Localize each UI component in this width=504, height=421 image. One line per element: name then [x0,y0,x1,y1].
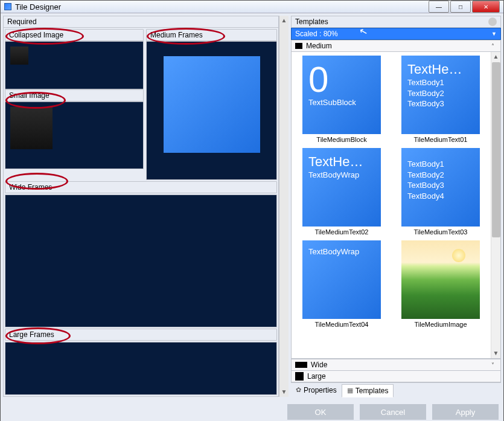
scale-dropdown[interactable]: Scaled : 80% ▼ ↖ [291,28,501,40]
tab-properties[interactable]: ✿ Properties [291,384,342,396]
scroll-up-icon[interactable]: ▲ [279,16,289,25]
template-item[interactable]: TextHe…TextBodyWrapTileMediumText02 [294,148,389,236]
group-wide-label: Wide [311,361,327,369]
template-thumb: TextHe…TextBodyWrap [302,148,381,227]
template-item[interactable]: TextBody1TextBody2TextBody3TextBody4Tile… [393,148,488,236]
template-item[interactable]: TileMediumImage [393,240,488,328]
section-small-image[interactable]: Small Image [5,89,144,101]
group-wide[interactable]: Wide ˅ [291,359,501,371]
main-window: Tile Designer — □ ✕ Required Collapsed I… [0,0,504,421]
chevron-down-icon: ▼ [491,31,497,37]
settings-icon[interactable] [488,18,497,26]
large-frames-canvas[interactable] [5,342,277,395]
window-title: Tile Designer [15,2,427,11]
chevron-down-icon: ˅ [488,362,497,368]
section-medium-frames[interactable]: Medium Frames [146,29,277,41]
close-button[interactable]: ✕ [472,1,500,13]
ok-button[interactable]: OK [287,404,354,420]
maximize-button[interactable]: □ [450,1,471,13]
bottom-tabs: ✿ Properties ▦ Templates [291,382,501,397]
template-caption: TileMediumText04 [315,321,369,328]
templates-grid: 0TextSubBlockTileMediumBlockTextHe…TextB… [292,52,491,358]
tab-templates[interactable]: ▦ Templates [342,384,394,397]
left-scrollbar[interactable]: ▲ ▼ [279,16,289,397]
section-wide-frames[interactable]: Wide Frames [5,181,277,193]
large-group-icon [295,372,304,381]
section-large-frames[interactable]: Large Frames [5,329,277,341]
minimize-button[interactable]: — [429,1,449,13]
group-medium-label: Medium [306,42,332,50]
dialog-body: Required Collapsed Image Small Image [1,13,503,399]
tab-properties-label: Properties [304,386,337,394]
collapsed-image-canvas[interactable] [5,41,144,89]
template-item[interactable]: TextHe…TextBody1TextBody2TextBody3TileMe… [393,56,488,143]
template-thumb: TextBodyWrap [302,240,381,319]
template-caption: TileMediumImage [414,321,467,328]
template-caption: TileMediumBlock [316,136,366,143]
template-thumb: TextHe…TextBody1TextBody2TextBody3 [401,56,480,134]
template-thumb [401,240,480,319]
scroll-up-icon[interactable]: ▲ [491,52,500,62]
template-caption: TileMediumText02 [315,228,369,236]
scroll-down-icon[interactable]: ▼ [491,349,500,358]
templates-title-text: Templates [295,18,328,26]
titlebar: Tile Designer — □ ✕ [1,1,503,13]
template-thumb: 0TextSubBlock [302,56,381,134]
cancel-button[interactable]: Cancel [360,404,426,420]
template-thumb: TextBody1TextBody2TextBody3TextBody4 [401,148,480,227]
group-large[interactable]: Large [291,371,501,382]
templates-scrollbar[interactable]: ▲ ▼ [491,52,500,358]
apply-button[interactable]: Apply [432,404,499,420]
wide-frames-canvas[interactable] [5,194,277,327]
chevron-up-icon: ˄ [488,43,497,50]
group-large-label: Large [307,372,326,381]
medium-frames-canvas[interactable] [146,41,277,180]
small-image-canvas[interactable] [5,101,144,169]
templates-pane: Templates Scaled : 80% ▼ ↖ Medium ˄ 0Tex… [291,16,501,397]
required-panel-title: Required [4,16,278,28]
collapsed-tile-preview [10,47,28,65]
scrollbar-thumb[interactable] [492,62,500,237]
template-caption: TileMediumText01 [414,136,468,143]
group-medium[interactable]: Medium ˄ [291,40,501,52]
dialog-buttons: OK Cancel Apply [1,399,503,421]
gear-icon: ✿ [296,386,301,394]
small-tile-preview [10,107,53,149]
scroll-down-icon[interactable]: ▼ [279,387,289,397]
section-collapsed-image[interactable]: Collapsed Image [5,29,144,41]
medium-group-icon [295,43,302,49]
template-item[interactable]: TextBodyWrapTileMediumText04 [294,240,389,328]
grid-icon: ▦ [347,387,353,394]
medium-tile-preview [164,56,260,153]
app-icon [4,3,11,10]
wide-group-icon [295,362,307,368]
templates-panel-title: Templates [291,16,501,28]
template-caption: TileMediumText03 [414,228,468,236]
template-item[interactable]: 0TextSubBlockTileMediumBlock [294,56,389,143]
required-pane: Required Collapsed Image Small Image [3,16,289,397]
scale-label: Scaled : 80% [295,30,338,38]
tab-templates-label: Templates [356,387,389,395]
